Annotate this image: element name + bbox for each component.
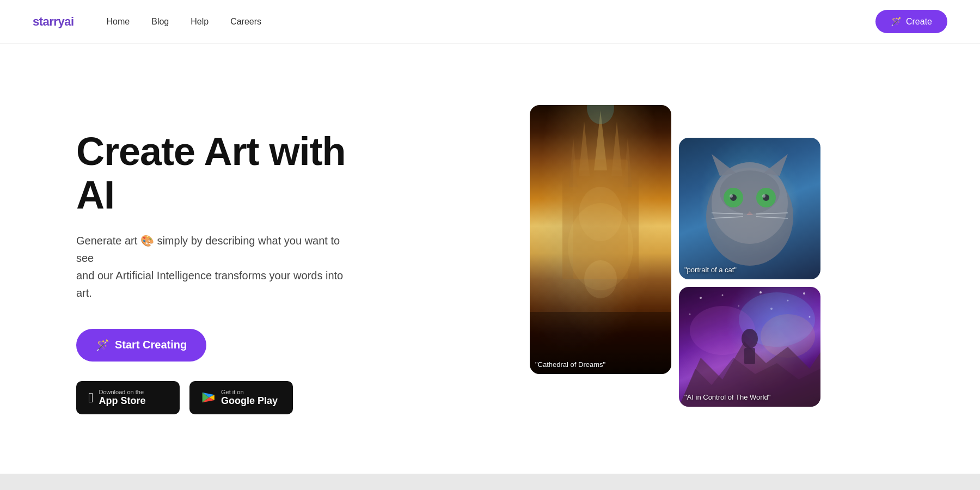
space-caption: "AI in Control of The World" — [684, 393, 770, 401]
app-store-sub: Download on the — [99, 389, 146, 395]
store-buttons:  Download on the App Store — [76, 381, 370, 414]
app-store-button[interactable]:  Download on the App Store — [76, 381, 180, 414]
svg-point-11 — [568, 203, 633, 290]
wand-icon: 🪄 — [891, 16, 902, 27]
footer-bar — [0, 474, 980, 490]
app-store-text: Download on the App Store — [99, 389, 146, 407]
hero-title: Create Art with AI — [76, 130, 370, 216]
svg-point-29 — [722, 295, 724, 296]
google-play-icon — [201, 390, 216, 405]
svg-point-34 — [738, 305, 739, 307]
art-card-cathedral: "Cathedral of Dreams" — [530, 105, 671, 374]
nav-item-blog[interactable]: Blog — [151, 17, 169, 27]
logo-text-start: starry — [33, 15, 64, 28]
google-play-text: Get it on Google Play — [221, 389, 278, 407]
svg-point-28 — [700, 297, 702, 299]
start-creating-label: Start Creating — [115, 339, 187, 351]
nav-create-button[interactable]: 🪄 Create — [875, 10, 947, 33]
svg-point-32 — [803, 292, 805, 295]
nav-item-careers[interactable]: Careers — [230, 17, 261, 27]
nav-links: Home Blog Help Careers — [107, 17, 875, 27]
hero-subtitle-line1: Generate art 🎨 simply by describing what… — [76, 235, 340, 264]
google-play-main: Google Play — [221, 395, 278, 407]
art-grid: "Cathedral of Dreams" — [530, 138, 820, 407]
art-card-space: "AI in Control of The World" — [679, 287, 820, 407]
svg-point-30 — [759, 291, 762, 293]
hero-right: "Cathedral of Dreams" — [403, 136, 947, 408]
nav-item-help[interactable]: Help — [191, 17, 209, 27]
apple-icon:  — [88, 389, 94, 406]
google-play-button[interactable]: Get it on Google Play — [189, 381, 293, 414]
art-card-cat: "portrait of a cat" — [679, 138, 820, 279]
hero-section: Create Art with AI Generate art 🎨 simply… — [0, 44, 980, 490]
svg-point-9 — [587, 105, 614, 124]
hero-subtitle-line2: and our Artificial Intelligence transfor… — [76, 270, 343, 299]
svg-rect-43 — [744, 348, 755, 364]
cathedral-caption: "Cathedral of Dreams" — [535, 360, 605, 369]
google-play-sub: Get it on — [221, 389, 278, 395]
start-creating-button[interactable]: 🪄 Start Creating — [76, 329, 206, 362]
nav-create-label: Create — [906, 17, 932, 27]
nav-link-blog[interactable]: Blog — [151, 17, 169, 26]
nav-item-home[interactable]: Home — [107, 17, 130, 27]
app-store-main: App Store — [99, 395, 146, 407]
logo[interactable]: starryai — [33, 15, 74, 29]
svg-marker-14 — [712, 154, 736, 176]
navbar: starryai Home Blog Help Careers 🪄 Create — [0, 0, 980, 44]
logo-text-end: ai — [64, 15, 74, 28]
nav-link-careers[interactable]: Careers — [230, 17, 261, 26]
svg-point-27 — [720, 170, 780, 214]
hero-subtitle: Generate art 🎨 simply by describing what… — [76, 232, 359, 302]
svg-point-33 — [689, 314, 691, 315]
nav-link-home[interactable]: Home — [107, 17, 130, 26]
start-wand-icon: 🪄 — [96, 339, 109, 352]
svg-marker-15 — [763, 154, 788, 176]
nav-link-help[interactable]: Help — [191, 17, 209, 26]
hero-left: Create Art with AI Generate art 🎨 simply… — [76, 130, 403, 414]
cat-caption: "portrait of a cat" — [684, 266, 737, 274]
svg-point-42 — [742, 329, 758, 348]
